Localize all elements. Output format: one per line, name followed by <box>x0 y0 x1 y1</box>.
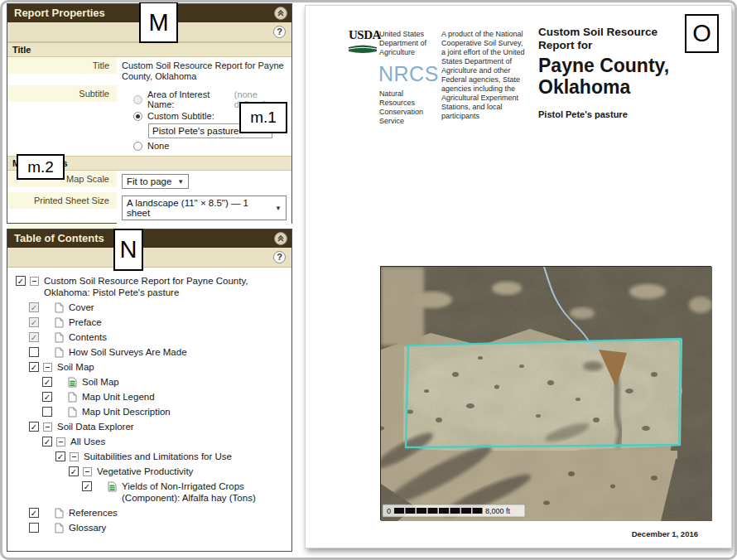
toc-checkbox[interactable]: ✓ <box>29 362 39 372</box>
callout-N: N <box>113 229 143 271</box>
toc-item-label[interactable]: References <box>69 507 285 519</box>
toc-item[interactable]: ✓Preface <box>7 315 288 330</box>
toc-checkbox[interactable]: ✓ <box>16 276 26 286</box>
collapse-toggle-icon[interactable] <box>70 452 79 461</box>
product-note: A product of the National Cooperative So… <box>441 30 527 121</box>
toc-checkbox[interactable]: ✓ <box>29 302 39 312</box>
toc-item-label[interactable]: Soil Map <box>57 361 285 373</box>
report-title-prefix: Custom Soil Resource Report for <box>538 26 671 52</box>
toc-item[interactable]: ✓Contents <box>7 330 288 345</box>
toc-item[interactable]: ✓Map Unit Legend <box>7 389 288 404</box>
collapse-toggle-icon[interactable] <box>43 363 52 372</box>
toc-checkbox[interactable]: ✓ <box>42 392 52 402</box>
help-icon[interactable]: ? <box>273 251 286 263</box>
toc-checkbox[interactable] <box>42 407 52 417</box>
toc-checkbox[interactable]: ✓ <box>42 377 52 387</box>
map-scale-value: Fit to page <box>127 176 171 186</box>
chevron-up-double-icon <box>277 9 285 17</box>
toc-checkbox[interactable]: ✓ <box>82 481 92 491</box>
subtitle-none-radio-label: None <box>147 141 169 151</box>
table-of-contents-panel: Table of Contents ? ✓Custom Soil Resourc… <box>7 229 292 552</box>
collapse-toggle-icon[interactable] <box>83 467 92 476</box>
toc-item[interactable]: Map Unit Description <box>7 404 288 419</box>
toc-checkbox[interactable]: ✓ <box>69 466 79 476</box>
agency-column: United States Department of Agriculture … <box>379 30 437 126</box>
report-title-main: Payne County, Oklahoma <box>538 55 704 98</box>
sheet-size-select[interactable]: A landscape (11" × 8.5") — 1 sheet ▼ <box>122 196 287 220</box>
callout-m1: m.1 <box>239 102 287 133</box>
toc-checkbox[interactable]: ✓ <box>29 422 39 432</box>
document-icon <box>55 347 64 358</box>
nrcs-wordmark: NRCS <box>378 63 437 84</box>
sheet-size-label: Printed Sheet Size <box>7 192 117 209</box>
toc-item[interactable]: ✓Suitabilities and Limitations for Use <box>7 449 288 464</box>
help-icon[interactable]: ? <box>273 26 286 38</box>
toc-item-label[interactable]: Custom Soil Resource Report for Payne Co… <box>44 275 285 298</box>
toc-item-label[interactable]: Map Unit Description <box>82 406 285 418</box>
toc-item-label[interactable]: Suitabilities and Limitations for Use <box>84 451 285 462</box>
dropdown-arrow-icon: ▼ <box>275 205 282 212</box>
toc-item-label[interactable]: Map Unit Legend <box>82 391 285 403</box>
aoi-name-radio-label: Area of Interest Name: <box>147 89 229 109</box>
toc-item-label[interactable]: Soil Data Explorer <box>57 421 285 432</box>
document-icon <box>68 392 77 403</box>
callout-M: M <box>139 2 178 43</box>
toc-item[interactable]: How Soil Surveys Are Made <box>7 345 288 360</box>
aoi-outline <box>406 339 681 447</box>
toc-item[interactable]: ✓Soil Map <box>7 360 288 374</box>
toc-title: Table of Contents <box>14 232 104 244</box>
toc-item-label[interactable]: Contents <box>69 331 285 343</box>
soil-map-image: 0 8,000 ft <box>380 266 711 520</box>
toc-item[interactable]: ✓Yields of Non-Irrigated Crops (Componen… <box>7 479 288 505</box>
toc-item-label[interactable]: Glossary <box>69 522 285 533</box>
toc-item-label[interactable]: How Soil Surveys Are Made <box>69 346 285 358</box>
toc-item-label[interactable]: All Uses <box>70 436 285 447</box>
aoi-name-radio[interactable] <box>133 95 142 104</box>
toc-item[interactable]: Glossary <box>7 520 288 535</box>
toc-item[interactable]: ✓All Uses <box>7 434 288 449</box>
document-icon <box>68 407 77 418</box>
collapse-panel-button[interactable] <box>274 7 287 20</box>
title-field-value: Custom Soil Resource Report for Payne Co… <box>117 57 291 85</box>
toc-checkbox[interactable]: ✓ <box>29 317 39 327</box>
toc-checkbox[interactable]: ✓ <box>55 451 65 461</box>
toc-item-label[interactable]: Vegetative Productivity <box>97 466 285 477</box>
svg-text:8,000 ft: 8,000 ft <box>485 507 511 515</box>
collapse-toggle-icon[interactable] <box>30 277 39 286</box>
map-scale-select[interactable]: Fit to page ▼ <box>122 174 189 189</box>
subtitle-none-radio[interactable] <box>133 142 142 151</box>
toc-checkbox[interactable] <box>29 347 39 357</box>
toc-item-label[interactable]: Yields of Non-Irrigated Crops (Component… <box>122 480 285 504</box>
report-icon <box>108 481 117 492</box>
document-icon <box>55 332 64 343</box>
report-icon <box>68 377 77 388</box>
title-section-header: Title <box>7 42 291 57</box>
callout-O: O <box>685 14 719 53</box>
toc-item[interactable]: ✓Soil Data Explorer <box>7 419 288 434</box>
collapse-toggle-icon[interactable] <box>43 422 52 432</box>
toc-checkbox[interactable]: ✓ <box>29 508 39 518</box>
toc-tree: ✓Custom Soil Resource Report for Payne C… <box>7 268 291 538</box>
toc-item-label[interactable]: Soil Map <box>82 376 285 388</box>
toc-item[interactable]: ✓Cover <box>7 300 288 315</box>
report-title-block: Custom Soil Resource Report for Payne Co… <box>538 26 708 119</box>
document-icon <box>55 523 64 533</box>
collapse-toggle-icon[interactable] <box>56 437 65 447</box>
toc-header: Table of Contents <box>7 229 291 248</box>
document-icon <box>55 508 64 519</box>
toc-checkbox[interactable]: ✓ <box>29 332 39 342</box>
collapse-panel-button[interactable] <box>274 232 287 245</box>
toc-checkbox[interactable]: ✓ <box>42 437 52 447</box>
toc-item[interactable]: ✓Soil Map <box>7 374 288 389</box>
chevron-up-double-icon <box>277 234 285 243</box>
map-scale-bar: 0 8,000 ft <box>383 504 525 517</box>
toc-item[interactable]: ✓Custom Soil Resource Report for Payne C… <box>7 273 288 300</box>
report-properties-title: Report Properties <box>14 7 105 19</box>
toc-item-label[interactable]: Preface <box>69 316 285 328</box>
custom-subtitle-radio[interactable] <box>133 112 142 121</box>
toc-item-label[interactable]: Cover <box>69 302 285 313</box>
toc-checkbox[interactable] <box>29 523 39 533</box>
toc-item[interactable]: ✓References <box>7 505 288 520</box>
toc-item[interactable]: ✓Vegetative Productivity <box>7 464 288 479</box>
report-subtitle: Pistol Pete's pasture <box>538 109 708 119</box>
